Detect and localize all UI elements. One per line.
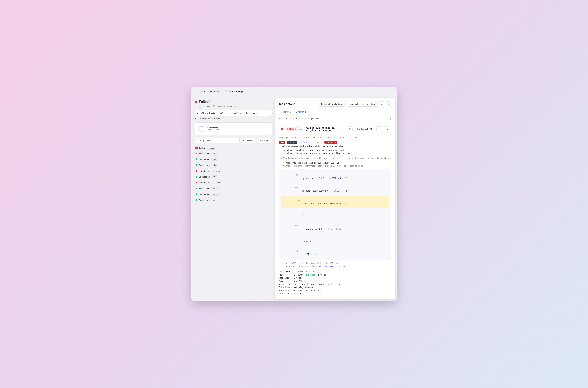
failed-section-header: Failed 6 tasks — [195, 145, 272, 150]
main-area: Failed 🕐 38m 48s 📅 07/31/2024 12:08 - 12… — [191, 96, 397, 301]
task-timestamp: Jul 31, 2024 12:38:21 - 12:43:03 (4m 41s… — [279, 117, 320, 120]
test-fail-line: ✕ should be able to generate a web app (… — [279, 149, 391, 152]
list-item[interactable]: Succeeded miss — [195, 162, 272, 168]
copy-command-icon[interactable]: ⎘ — [347, 126, 353, 132]
task-info-bar: Jul 31, 2024 12:38:21 - 12:43:03 (4m 41s… — [275, 115, 395, 122]
close-panel-icon[interactable]: ✕ — [386, 101, 391, 107]
fail-badge: FAIL — [279, 141, 285, 144]
ran-line: Ran all test suites matching /src\/web-v… — [279, 283, 391, 286]
snapshots-line: Snapshots: 0 total — [279, 276, 391, 279]
failed-tasks-card: 1% Failed tasks 2 of 213 failed. — [195, 122, 272, 135]
retry-tag: 1 retry — [214, 181, 222, 184]
fail-line: FAIL e2e-web src/web-vite.test.ts 274.16… — [279, 141, 391, 144]
date-meta: 📅 07/31/2024 12:08 - 12:47 — [212, 105, 239, 108]
expand-icon[interactable]: ⛶ — [384, 126, 389, 132]
list-item[interactable]: Succeeded miss — [195, 156, 272, 162]
failed-status-dot — [195, 101, 197, 103]
command-status-dot — [281, 128, 283, 130]
list-item[interactable]: Failed miss 1 retry — [195, 180, 272, 186]
command-bar: CODE: 1 miss nx run e2e-nx:e2e-ci--src/i… — [278, 124, 392, 134]
succeeded-dot — [196, 176, 197, 178]
breadcrumb-sep-1: / — [201, 90, 202, 93]
explain-with-ai-btn[interactable]: Explain with AI — [354, 126, 375, 132]
time-line: Time: 274.202 s — [279, 280, 391, 283]
copy-log-icon[interactable]: ⎘ — [390, 117, 391, 120]
list-item[interactable]: Succeeded remote — [195, 191, 272, 197]
retry-tag: 1 retry — [214, 170, 222, 172]
calendar-icon: 📅 — [212, 105, 215, 108]
test-results-section: Test Suites: 1 failed, 1 total Tests: 1 … — [279, 270, 391, 295]
code-snippet-block: 365 | opts.verbose ?? isVerboseE2EErun()… — [279, 169, 391, 260]
compare-similar-tasks-btn[interactable]: Compare to similar tasks — [318, 101, 346, 107]
time-badge: 274.165 s — [324, 141, 337, 144]
task-label: Succeeded — [199, 176, 210, 178]
pipeline-meta: 🕐 38m 48s 📅 07/31/2024 12:08 - 12:47 — [195, 105, 272, 108]
cmd-failed-line: Command failed: pnpm exec nx e2e app7907… — [279, 161, 391, 164]
task-label: Succeeded — [199, 164, 210, 167]
dot-test-line: ● Web Components Applications with bundl… — [279, 157, 391, 160]
panel-title: Task details — [279, 102, 295, 106]
filter-by-project-input[interactable] — [195, 138, 240, 143]
task-label: Succeeded — [199, 193, 210, 196]
mark-no-longer-flaky-btn[interactable]: Mark task as no longer flaky — [347, 101, 378, 107]
list-item[interactable]: Succeeded miss — [195, 174, 272, 180]
killed-line: Killed local registry process — [279, 286, 391, 289]
test-file-link[interactable]: src/web-vite.test.ts — [299, 141, 323, 144]
repo-chevron-icon[interactable]: ⌄ — [246, 90, 248, 93]
failures-filter-btn[interactable]: ✕ Failures — [257, 138, 272, 143]
code-line-369: 369 | env: { — [281, 234, 389, 246]
check-circle-icon: ✓ — [243, 139, 245, 142]
code-line-366: 366 | }${opts.redirectStderr ? ' 2>&1' :… — [281, 183, 389, 196]
list-item[interactable]: Succeeded remote — [195, 186, 272, 191]
success-filter-btn[interactable]: ✓ Success — [241, 138, 256, 143]
token-info: read-write access token used — [195, 118, 272, 120]
succeeded-dot — [196, 194, 197, 195]
task-label: Failed — [199, 170, 205, 172]
list-item[interactable]: Succeeded miss — [195, 150, 272, 156]
exit-line: local registry exit 1 — [279, 292, 391, 295]
external-link-icon[interactable]: ↗ — [379, 101, 384, 107]
succeeded-dot — [196, 164, 197, 166]
app-container: ☐ / Nx Enterprise ⌄ / Nx-OSS-Repo ⌄ Fail… — [191, 87, 397, 301]
attempt-tabs: Attempt 1 Attempt 2 — [279, 109, 391, 115]
clock-icon: 🕐 — [199, 105, 201, 108]
svg-text:1%: 1% — [200, 128, 202, 130]
download-log-icon[interactable]: ↓ — [376, 126, 382, 132]
left-panel: Failed 🕐 38m 48s 📅 07/31/2024 12:08 - 12… — [191, 96, 275, 301]
miss-label: miss — [299, 128, 304, 130]
list-item[interactable]: Failed miss 1 retry — [195, 168, 272, 174]
task-label: Succeeded — [199, 187, 210, 190]
warning-line-2: Warning: command "playwright test" exite… — [279, 164, 391, 168]
succeeded-dot — [196, 199, 197, 201]
nx-chevron-icon[interactable]: ⌄ — [223, 90, 224, 93]
suite-block: Web Components Applications with bundler… — [279, 145, 391, 155]
trace-line-1: at runCLI (../utils/command-utils.ts:367… — [279, 262, 391, 265]
nx-logo-icon: ☐ — [195, 89, 200, 94]
task-label: Failed — [199, 181, 205, 184]
failed-donut-chart: 1% — [198, 125, 205, 133]
code-output-area[interactable]: warning: command `playwright test` exite… — [275, 136, 395, 299]
failed-tasks-title: Failed tasks — [207, 127, 220, 129]
task-list: Failed 6 tasks Succeeded miss Succeeded … — [195, 145, 272, 203]
tab-attempt-1[interactable]: Attempt 1 — [279, 109, 294, 115]
remote-tag: remote — [211, 187, 220, 190]
task-label: Succeeded — [199, 199, 210, 201]
list-item[interactable]: Succeeded remote — [195, 197, 272, 203]
failed-tasks-subtitle: 2 of 213 failed. — [207, 129, 220, 131]
code-line-367-arrow: | ^ — [281, 209, 389, 221]
failed-dot — [196, 170, 197, 172]
tab-attempt-2[interactable]: Attempt 2 — [294, 109, 309, 115]
x-circle-icon: ✕ — [259, 139, 261, 142]
remote-tag: remote — [211, 199, 220, 201]
cmd-lines: Command failed: pnpm exec nx e2e app7907… — [279, 161, 391, 168]
command-text: nx run e2e-nx:e2e-ci--src/import.test.ts — [306, 126, 345, 132]
stack-trace: at runCLI (../utils/command-utils.ts:367… — [279, 262, 391, 268]
failed-dot — [196, 182, 197, 183]
miss-tag: miss — [206, 170, 213, 172]
failed-tasks-info: Failed tasks 2 of 213 failed. — [207, 127, 220, 131]
miss-tag: miss — [206, 181, 213, 184]
enterprise-badge[interactable]: Enterprise — [208, 90, 221, 93]
panel-actions: Compare to similar tasks Mark task as no… — [318, 101, 391, 107]
miss-tag: miss — [211, 164, 218, 167]
miss-tag: miss — [211, 158, 218, 161]
